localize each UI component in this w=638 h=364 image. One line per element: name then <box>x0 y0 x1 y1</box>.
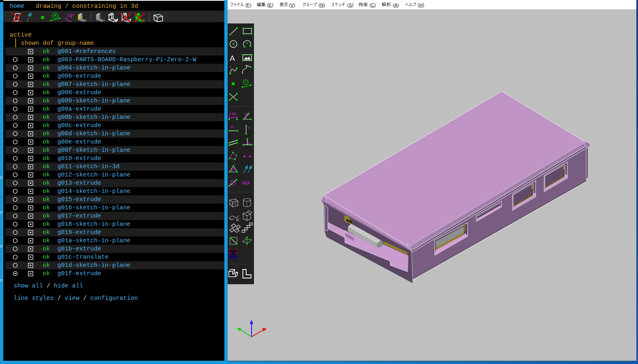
svg-text:T: T <box>230 66 232 70</box>
svg-text:REF: REF <box>242 181 250 185</box>
svg-text:V: V <box>248 125 250 130</box>
svg-text:H: H <box>231 125 234 129</box>
svg-text:74°: 74° <box>67 13 74 19</box>
svg-text:A: A <box>230 54 235 63</box>
svg-text:2.54: 2.54 <box>229 112 236 116</box>
